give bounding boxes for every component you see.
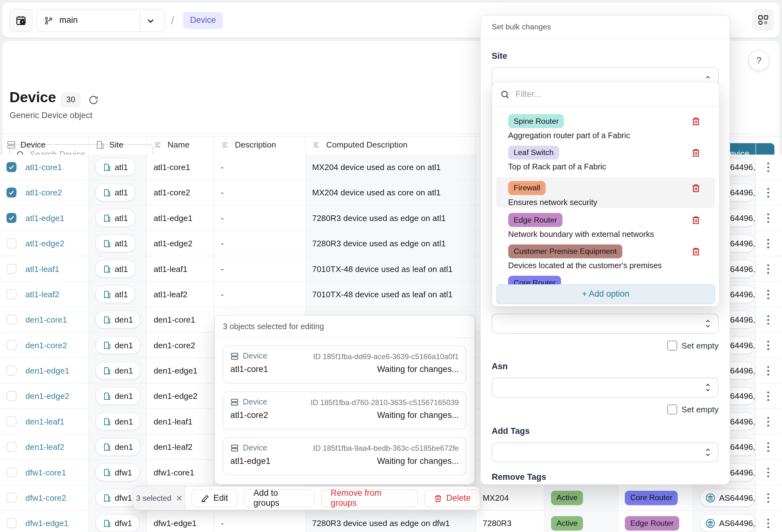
site-chip[interactable]: atl1 — [95, 260, 136, 278]
device-link[interactable]: atl1-leaf2 — [25, 289, 59, 299]
row-checkbox[interactable] — [7, 467, 16, 477]
trash-icon[interactable] — [691, 183, 701, 193]
row-checkbox[interactable] — [7, 518, 16, 528]
site-chip[interactable]: den1 — [95, 362, 141, 380]
site-chip[interactable]: atl1 — [95, 158, 136, 176]
trash-icon[interactable] — [691, 247, 701, 256]
site-chip[interactable]: atl1 — [95, 235, 136, 252]
device-link[interactable]: dfw1-core2 — [25, 493, 66, 502]
row-menu-icon[interactable] — [767, 518, 770, 529]
building-icon — [103, 341, 111, 350]
row-checkbox[interactable] — [7, 187, 16, 198]
schema-visualizer-button[interactable] — [752, 9, 774, 31]
row-menu-icon[interactable] — [767, 365, 770, 376]
column-header[interactable]: Device — [0, 134, 89, 155]
refresh-icon[interactable] — [88, 95, 99, 105]
row-menu-icon[interactable] — [767, 391, 770, 401]
device-link[interactable]: den1-core1 — [25, 315, 67, 324]
device-link[interactable]: den1-leaf2 — [25, 442, 64, 451]
row-menu-icon[interactable] — [767, 213, 770, 223]
dropdown-option-badge[interactable]: Firewall — [508, 181, 546, 195]
row-checkbox[interactable] — [7, 162, 16, 172]
clear-selection-icon[interactable]: ✕ — [176, 494, 182, 503]
device-link[interactable]: atl1-leaf1 — [25, 264, 59, 274]
row-checkbox[interactable] — [7, 264, 16, 274]
row-checkbox[interactable] — [7, 213, 16, 223]
column-header[interactable]: Site — [89, 134, 147, 155]
row-menu-icon[interactable] — [767, 416, 770, 427]
chevron-down-icon[interactable] — [146, 16, 156, 26]
time-travel-button[interactable] — [9, 9, 32, 32]
site-chip[interactable]: den1 — [95, 438, 141, 456]
site-chip[interactable]: den1 — [95, 412, 141, 430]
trash-icon[interactable] — [691, 148, 701, 157]
row-checkbox[interactable] — [7, 493, 16, 503]
add-option-button[interactable]: + Add option — [496, 284, 715, 304]
asn-chip[interactable]: AS64496, — [700, 489, 755, 507]
row-menu-icon[interactable] — [767, 162, 770, 173]
site-chip[interactable]: atl1 — [95, 285, 136, 303]
dropdown-option-badge[interactable]: Edge Router — [508, 213, 563, 227]
set-empty-checkbox[interactable] — [667, 341, 677, 351]
site-chip[interactable]: atl1 — [95, 183, 136, 201]
dropdown-filter[interactable]: Filter... — [492, 82, 719, 107]
row-checkbox[interactable] — [7, 391, 16, 401]
object-id: ID 185f1fba-dd69-ace6-3639-c5166a10a0f1 — [313, 352, 459, 360]
delete-button[interactable]: Delete — [424, 489, 481, 507]
device-link[interactable]: dfw1-core1 — [25, 468, 66, 477]
building-icon — [103, 239, 111, 248]
site-chip[interactable]: atl1 — [95, 209, 136, 227]
help-button[interactable]: ? — [749, 50, 770, 71]
add-to-groups-button[interactable]: Add to groups — [244, 489, 315, 507]
row-menu-icon[interactable] — [767, 289, 770, 300]
device-link[interactable]: den1-core2 — [25, 341, 67, 350]
site-chip[interactable]: dfw1 — [95, 514, 140, 532]
row-checkbox[interactable] — [7, 416, 16, 426]
device-link[interactable]: atl1-edge1 — [25, 213, 64, 222]
asn-chip[interactable]: AS64496, — [700, 514, 755, 532]
status-select[interactable] — [492, 314, 718, 334]
column-header[interactable]: Name — [147, 134, 214, 155]
column-header[interactable] — [756, 134, 782, 155]
dropdown-option-badge[interactable]: Customer Premise Equipment — [508, 244, 622, 258]
breadcrumb[interactable]: Device — [183, 12, 223, 29]
add-tags-select[interactable] — [492, 442, 718, 462]
trash-icon[interactable] — [691, 116, 701, 126]
column-header[interactable]: Description — [214, 134, 306, 155]
column-header[interactable]: Computed Description — [306, 134, 476, 155]
site-chip[interactable]: dfw1 — [95, 463, 140, 481]
device-link[interactable]: atl1-core2 — [25, 188, 62, 197]
device-link[interactable]: den1-leaf1 — [25, 417, 64, 426]
row-menu-icon[interactable] — [767, 314, 770, 325]
row-menu-icon[interactable] — [767, 493, 770, 503]
device-link[interactable]: atl1-edge2 — [25, 239, 64, 248]
dropdown-option-badge[interactable]: Leaf Switch — [508, 146, 559, 160]
device-link[interactable]: atl1-core1 — [25, 162, 62, 172]
row-menu-icon[interactable] — [767, 187, 770, 198]
branch-selector[interactable]: main — [36, 9, 165, 32]
remove-from-groups-button[interactable]: Remove from groups — [321, 489, 418, 507]
row-checkbox[interactable] — [7, 366, 16, 376]
row-checkbox[interactable] — [7, 340, 16, 350]
device-link[interactable]: dfw1-edge1 — [25, 519, 68, 528]
row-menu-icon[interactable] — [767, 238, 770, 249]
device-link[interactable]: den1-edge1 — [25, 366, 69, 375]
edit-button[interactable]: Edit — [191, 489, 238, 507]
site-chip[interactable]: den1 — [95, 311, 141, 328]
row-menu-icon[interactable] — [767, 442, 770, 452]
row-checkbox[interactable] — [7, 442, 16, 452]
dropdown-option-badge[interactable]: Spine Router — [508, 114, 564, 128]
trash-icon[interactable] — [691, 215, 701, 225]
set-empty-checkbox[interactable] — [667, 404, 677, 415]
row-checkbox[interactable] — [7, 289, 16, 299]
site-chip[interactable]: den1 — [95, 387, 141, 405]
site-chip[interactable]: den1 — [95, 336, 141, 354]
row-checkbox[interactable] — [7, 315, 16, 325]
row-menu-icon[interactable] — [767, 467, 770, 477]
row-checkbox[interactable] — [7, 239, 16, 248]
device-link[interactable]: den1-edge2 — [25, 391, 69, 401]
row-menu-icon[interactable] — [767, 340, 770, 350]
asn-select[interactable] — [492, 378, 718, 398]
row-menu-icon[interactable] — [767, 263, 770, 274]
site-field-label: Site — [492, 51, 507, 61]
